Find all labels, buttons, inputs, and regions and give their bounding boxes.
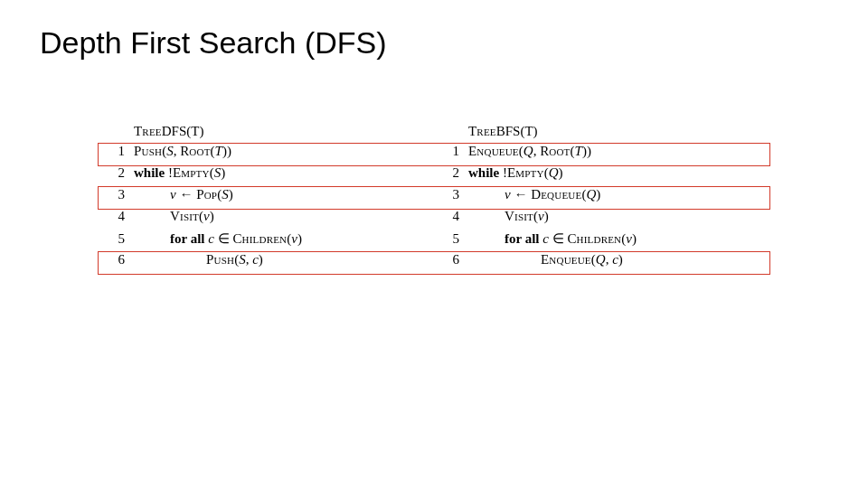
- line-number: 6: [99, 252, 134, 267]
- right-line: 3v ← Dequeue(Q): [434, 187, 769, 209]
- right-line: 6Enqueue(Q, c): [434, 252, 769, 274]
- line-number: 4: [99, 209, 134, 224]
- code-text: Visit(v): [468, 209, 549, 224]
- code-text: v ← Pop(S): [134, 187, 233, 202]
- bfs-header: TreeBFS(T): [434, 124, 769, 144]
- line-number: 6: [434, 252, 468, 267]
- algo-row: 4Visit(v)4Visit(v): [99, 209, 769, 230]
- algo-row: 3v ← Pop(S)3v ← Dequeue(Q): [99, 187, 769, 209]
- dfs-header: TreeDFS(T): [99, 124, 434, 144]
- code-text: Push(S, c): [134, 252, 263, 267]
- line-number: 2: [434, 165, 468, 181]
- left-line: 4Visit(v): [99, 209, 434, 230]
- code-text: Push(S, Root(T)): [134, 144, 231, 159]
- algo-row: 1Push(S, Root(T))1Enqueue(Q, Root(T)): [99, 144, 769, 165]
- algo-header-row: TreeDFS(T)TreeBFS(T): [99, 124, 769, 144]
- line-number: 2: [99, 165, 134, 181]
- page-title: Depth First Search (DFS): [40, 25, 828, 61]
- line-number: 3: [99, 187, 134, 202]
- right-line: 5for all c ∈ Children(v): [434, 230, 769, 252]
- left-line: 6Push(S, c): [99, 252, 434, 274]
- code-text: v ← Dequeue(Q): [468, 187, 600, 202]
- algo-row: 5for all c ∈ Children(v)5for all c ∈ Chi…: [99, 230, 769, 252]
- line-number: 5: [99, 231, 134, 247]
- left-line: 3v ← Pop(S): [99, 187, 434, 209]
- code-text: Visit(v): [134, 209, 214, 224]
- right-line: 4Visit(v): [434, 209, 769, 230]
- left-line: 2while !Empty(S): [99, 165, 434, 187]
- line-number: 1: [434, 144, 468, 159]
- algorithms-block: TreeDFS(T)TreeBFS(T)1Push(S, Root(T))1En…: [99, 124, 769, 274]
- code-text: for all c ∈ Children(v): [468, 230, 637, 247]
- line-number: 1: [99, 144, 134, 159]
- right-line: 1Enqueue(Q, Root(T)): [434, 144, 769, 165]
- algo-row: 2while !Empty(S)2while !Empty(Q): [99, 165, 769, 187]
- line-number: 4: [434, 209, 468, 224]
- algo-row: 6Push(S, c)6Enqueue(Q, c): [99, 252, 769, 274]
- left-line: 1Push(S, Root(T)): [99, 144, 434, 165]
- code-text: Enqueue(Q, c): [468, 252, 623, 267]
- code-text: while !Empty(S): [134, 165, 225, 181]
- code-text: Enqueue(Q, Root(T)): [468, 144, 591, 159]
- line-number: 3: [434, 187, 468, 202]
- line-number: 5: [434, 231, 468, 247]
- right-line: 2while !Empty(Q): [434, 165, 769, 187]
- slide: Depth First Search (DFS) TreeDFS(T)TreeB…: [0, 0, 868, 488]
- code-text: while !Empty(Q): [468, 165, 563, 181]
- code-text: for all c ∈ Children(v): [134, 230, 302, 247]
- left-line: 5for all c ∈ Children(v): [99, 230, 434, 252]
